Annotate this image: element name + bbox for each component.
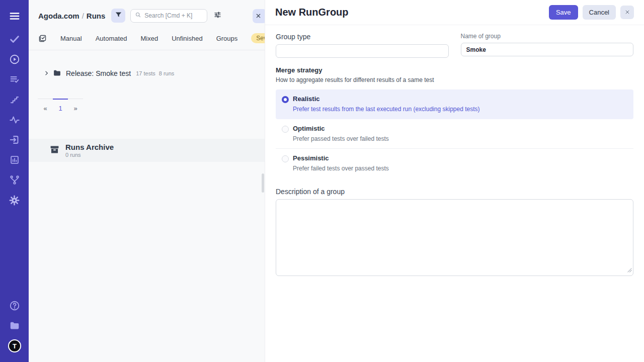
folder-icon	[9, 320, 20, 333]
sidebar-item-reports[interactable]	[5, 151, 25, 171]
name-of-group-input[interactable]	[461, 43, 634, 56]
sidebar-item-branches[interactable]	[5, 171, 25, 191]
help-button[interactable]	[5, 297, 25, 317]
new-rungroup-panel: New RunGroup Save Cancel Group type Name…	[265, 0, 644, 362]
tab-manual[interactable]: Manual	[60, 35, 82, 42]
branch-icon	[9, 174, 20, 188]
select-all-button[interactable]	[38, 34, 47, 43]
run-group-row[interactable]: Release: Smoke test 17 tests 8 runs	[29, 69, 265, 77]
funnel-icon	[115, 11, 122, 20]
app-root: T Agoda.com/Runs Manual Au	[0, 0, 644, 362]
radio-unselected-icon[interactable]	[282, 155, 289, 162]
gear-icon	[9, 195, 20, 208]
pulse-icon	[9, 114, 20, 127]
docs-button[interactable]	[5, 317, 25, 337]
steps-icon	[10, 95, 20, 107]
name-of-group-field: Name of group	[461, 33, 634, 58]
merge-strategy-options: Realistic Prefer test results from the l…	[276, 89, 633, 178]
sidebar-item-import[interactable]	[5, 131, 25, 151]
breadcrumb-separator: /	[79, 12, 87, 20]
option-title: Pessimistic	[293, 154, 389, 162]
sidebar-item-plans[interactable]	[5, 70, 25, 90]
sidebar-item-runs[interactable]	[5, 50, 25, 70]
page-title: New RunGroup	[275, 7, 349, 18]
runs-panel-header: Agoda.com/Runs	[29, 0, 265, 23]
runs-archive-row[interactable]: Runs Archive 0 runs	[29, 139, 265, 162]
option-optimistic[interactable]: Optimistic Prefer passed tests over fail…	[276, 119, 633, 149]
run-group-tests-count: 17 tests	[136, 70, 155, 76]
description-wrap	[276, 199, 633, 276]
sidebar-bottom: T	[5, 297, 25, 357]
tab-automated[interactable]: Automated	[96, 35, 127, 42]
pagination-prev[interactable]: «	[38, 99, 53, 116]
merge-strategy-block: Merge strategy How to aggregate results …	[276, 66, 633, 178]
group-type-input[interactable]	[276, 44, 449, 58]
menu-icon	[9, 11, 20, 24]
filter-settings-button[interactable]	[213, 11, 222, 21]
tab-unfinished[interactable]: Unfinished	[172, 35, 202, 42]
run-group-runs-count: 8 runs	[159, 70, 175, 76]
option-text: Realistic Prefer test results from the l…	[293, 95, 480, 113]
option-description: Prefer test results from the last execut…	[293, 106, 480, 113]
option-title: Optimistic	[293, 125, 389, 132]
report-icon	[9, 154, 20, 167]
archive-count: 0 runs	[65, 152, 114, 158]
help-icon	[9, 300, 20, 313]
group-type-field: Group type	[276, 33, 449, 58]
option-realistic[interactable]: Realistic Prefer test results from the l…	[276, 89, 633, 119]
menu-button[interactable]	[5, 7, 25, 27]
svg-text:T: T	[13, 342, 17, 350]
archive-icon	[49, 144, 60, 157]
description-textarea[interactable]	[276, 199, 633, 276]
chevron-right-icon[interactable]	[44, 70, 49, 76]
option-text: Optimistic Prefer passed tests over fail…	[293, 125, 389, 142]
rungroup-form: Group type Name of group Merge strategy …	[265, 25, 644, 284]
cancel-button[interactable]: Cancel	[583, 5, 616, 20]
close-icon	[625, 9, 630, 16]
close-icon	[256, 13, 261, 20]
list-check-icon	[9, 74, 20, 87]
breadcrumb-project[interactable]: Agoda.com	[38, 12, 79, 20]
sign-in-icon	[9, 134, 20, 147]
group-type-label: Group type	[276, 33, 449, 41]
search-box[interactable]	[130, 9, 207, 23]
pagination-next[interactable]: »	[68, 99, 83, 116]
tab-groups[interactable]: Groups	[216, 35, 238, 42]
search-input[interactable]	[144, 12, 203, 19]
option-description: Prefer passed tests over failed tests	[293, 135, 389, 142]
radio-unselected-icon[interactable]	[282, 126, 289, 133]
filter-button[interactable]	[111, 9, 125, 23]
tab-mixed[interactable]: Mixed	[141, 35, 158, 42]
folder-icon	[53, 69, 61, 77]
save-button[interactable]: Save	[549, 5, 578, 20]
logo-avatar-icon: T	[8, 339, 21, 354]
panel-scrollbar-thumb[interactable]	[262, 173, 264, 193]
breadcrumb-page: Runs	[87, 12, 106, 20]
panel-collapse-button[interactable]	[253, 9, 265, 23]
pagination: « 1 »	[38, 99, 83, 116]
sidebar-item-analytics[interactable]	[5, 111, 25, 131]
close-panel-button[interactable]	[620, 6, 634, 19]
breadcrumb: Agoda.com/Runs	[38, 12, 105, 20]
description-label: Description of a group	[276, 188, 633, 196]
option-title: Realistic	[293, 95, 480, 103]
sliders-icon	[213, 11, 222, 21]
sidebar-item-milestones[interactable]	[5, 90, 25, 111]
user-avatar[interactable]: T	[5, 337, 25, 357]
name-of-group-label: Name of group	[461, 33, 634, 40]
play-circle-icon	[9, 54, 20, 67]
severity-pill[interactable]: Severity	[251, 33, 265, 43]
merge-strategy-label: Merge strategy	[276, 66, 633, 74]
radio-selected-icon[interactable]	[282, 96, 289, 103]
form-top-row: Group type Name of group	[276, 33, 633, 58]
option-description: Prefer failed tests over passed tests	[293, 165, 389, 172]
sidebar-item-settings[interactable]	[5, 191, 25, 211]
check-icon	[9, 34, 20, 47]
option-pessimistic[interactable]: Pessimistic Prefer failed tests over pas…	[276, 149, 633, 178]
header-actions: Save Cancel	[549, 5, 634, 20]
runs-panel: Agoda.com/Runs Manual Automated Mixed Un…	[29, 0, 265, 362]
new-rungroup-header: New RunGroup Save Cancel	[265, 0, 644, 25]
pagination-page-1[interactable]: 1	[53, 99, 68, 116]
archive-title: Runs Archive	[65, 143, 114, 151]
sidebar-item-tests[interactable]	[5, 30, 25, 50]
